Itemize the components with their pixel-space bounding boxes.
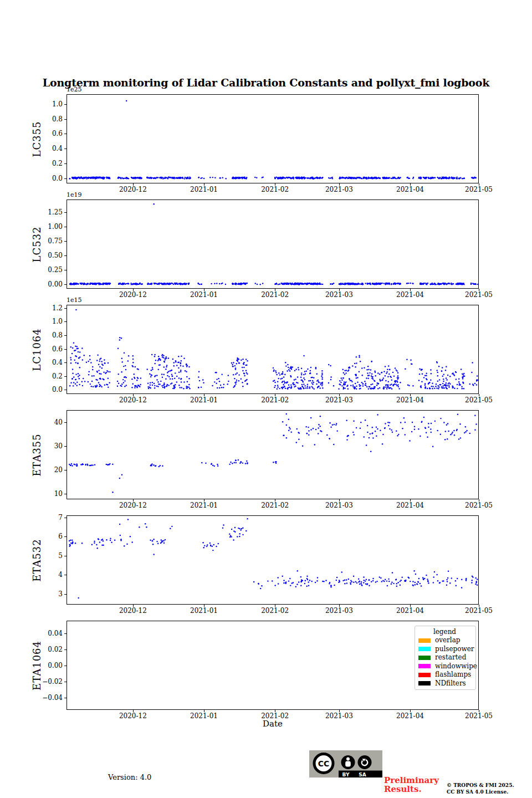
- subplot-ETA355: [66, 410, 479, 499]
- axis-offset-text: 1e19: [66, 192, 82, 198]
- preliminary-line2: Results.: [384, 785, 439, 794]
- legend-swatch-NDfilters: [418, 681, 431, 686]
- y-tick-label: 0.25: [37, 267, 63, 273]
- preliminary-results-text: Preliminary Results.: [384, 776, 439, 794]
- legend-entry-NDfilters: NDfilters: [418, 679, 471, 688]
- y-tick-mark: [64, 308, 66, 309]
- y-tick-mark: [64, 594, 66, 595]
- y-tick-mark: [64, 633, 66, 634]
- scatter-points-LC355: [67, 95, 478, 183]
- legend-entry-label: flashlamps: [435, 671, 471, 678]
- x-tick-label: 2021-05: [461, 186, 497, 193]
- y-tick-mark: [64, 422, 66, 423]
- legend-entry-pulsepower: pulsepower: [418, 645, 471, 654]
- copyright-text: © TROPOS & FMI 2025. CC BY SA 4.0 Licens…: [447, 782, 514, 795]
- axis-offset-text: 1e15: [66, 297, 82, 304]
- x-tick-label: 2020-12: [115, 397, 151, 404]
- legend-swatch-pulsepower: [418, 647, 431, 651]
- y-tick-mark: [64, 284, 66, 285]
- y-tick-label: 1.0: [37, 318, 63, 325]
- legend-swatch-windowwipe: [418, 664, 431, 668]
- y-tick-mark: [64, 362, 66, 363]
- x-tick-label: 2021-02: [257, 397, 293, 404]
- legend-entry-label: NDfilters: [435, 680, 466, 687]
- y-tick-mark: [64, 518, 66, 518]
- scatter-points-LC532: [67, 200, 478, 288]
- x-axis-label: Date: [66, 719, 479, 729]
- x-tick-label: 2021-01: [186, 502, 222, 509]
- x-tick-label: 2021-04: [392, 607, 428, 615]
- cc-by-person-icon: [341, 755, 355, 769]
- axis-offset-text: 1e25: [66, 86, 82, 93]
- y-tick-label: 0.02: [37, 646, 63, 653]
- subplot-LC532: [66, 200, 479, 289]
- y-tick-mark: [64, 149, 66, 149]
- preliminary-line1: Preliminary: [384, 776, 439, 785]
- cc-sa-arrow-icon: [358, 755, 372, 769]
- scatter-points-ETA355: [67, 411, 478, 499]
- x-tick-label: 2021-01: [186, 397, 222, 404]
- y-tick-label: 4: [37, 571, 63, 578]
- x-tick-label: 2021-03: [321, 397, 357, 404]
- y-tick-mark: [64, 134, 66, 134]
- y-tick-mark: [64, 376, 66, 377]
- x-tick-label: 2021-02: [257, 186, 293, 193]
- y-tick-mark: [64, 335, 66, 336]
- cc-logo-text: CC: [318, 759, 330, 768]
- y-tick-label: 0.2: [37, 373, 63, 380]
- cc-sa-label: SA: [359, 772, 366, 777]
- y-tick-label: 0.0: [37, 386, 63, 393]
- y-tick-label: 0.75: [37, 238, 63, 244]
- legend-entry-flashlamps: flashlamps: [418, 671, 471, 679]
- cc-badge-graphic: CC BY SA: [309, 750, 382, 777]
- legend-title: legend: [418, 628, 471, 636]
- scatter-points-LC1064: [67, 305, 478, 393]
- y-tick-mark: [64, 163, 66, 164]
- legend-entry-restarted: restarted: [418, 653, 471, 662]
- legend-entry-windowwipe: windowwipe: [418, 662, 471, 671]
- x-tick-label: 2021-01: [186, 186, 222, 193]
- legend-swatch-flashlamps: [418, 673, 431, 677]
- y-tick-label: 1.25: [37, 209, 63, 216]
- subplot-ETA1064: legendoverlappulsepowerrestartedwindowwi…: [66, 621, 479, 710]
- x-tick-label: 2021-05: [461, 502, 497, 509]
- y-tick-mark: [64, 682, 66, 682]
- x-tick-label: 2021-05: [461, 397, 497, 404]
- scatter-points-ETA532: [67, 516, 478, 604]
- y-tick-label: 3: [37, 591, 63, 597]
- figure: Longterm monitoring of Lidar Calibration…: [0, 0, 532, 798]
- plots-container: 1e25LC3550.00.20.40.60.81.02020-122021-0…: [0, 0, 532, 798]
- copyright-line1: © TROPOS & FMI 2025.: [447, 782, 514, 789]
- y-tick-mark: [64, 119, 66, 120]
- cc-by-label: BY: [342, 772, 350, 777]
- x-tick-label: 2021-02: [257, 607, 293, 615]
- x-tick-label: 2021-02: [257, 502, 293, 509]
- y-tick-label: 0.04: [37, 630, 63, 637]
- y-tick-mark: [64, 666, 66, 666]
- y-tick-label: 40: [37, 419, 63, 426]
- y-tick-label: 0.50: [37, 252, 63, 259]
- legend-entry-label: windowwipe: [435, 663, 477, 670]
- y-tick-mark: [64, 178, 66, 179]
- y-tick-label: 20: [37, 467, 63, 473]
- y-tick-mark: [64, 104, 66, 105]
- y-tick-label: 0.4: [37, 145, 63, 152]
- y-tick-mark: [64, 212, 66, 213]
- y-tick-mark: [64, 227, 66, 227]
- y-tick-label: 0.4: [37, 359, 63, 366]
- y-tick-label: 0.6: [37, 346, 63, 352]
- x-tick-label: 2020-12: [115, 291, 151, 299]
- x-tick-label: 2021-04: [392, 502, 428, 509]
- y-tick-mark: [64, 575, 66, 575]
- y-tick-mark: [64, 321, 66, 322]
- y-tick-label: 0.00: [37, 662, 63, 669]
- y-tick-label: 6: [37, 533, 63, 540]
- y-tick-label: 5: [37, 553, 63, 559]
- legend-swatch-restarted: [418, 656, 431, 660]
- x-tick-label: 2020-12: [115, 502, 151, 509]
- x-tick-label: 2020-12: [115, 186, 151, 193]
- legend-entry-label: pulsepower: [435, 646, 474, 653]
- y-tick-mark: [64, 649, 66, 650]
- x-tick-label: 2021-01: [186, 291, 222, 299]
- y-tick-label: 1.00: [37, 223, 63, 230]
